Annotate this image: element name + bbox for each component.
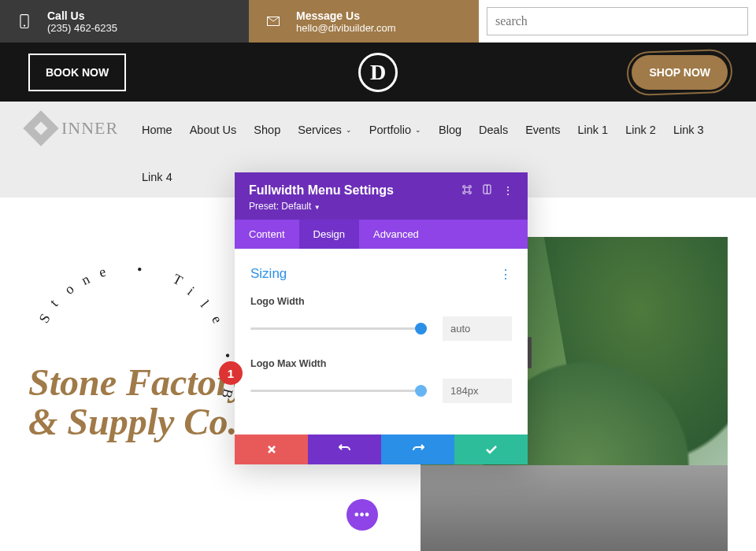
- dots-icon: •••: [354, 508, 370, 522]
- section-menu-icon[interactable]: ⋮: [499, 267, 512, 282]
- nav-link-services[interactable]: Services⌄: [298, 124, 352, 136]
- message-us-section[interactable]: Message Us hello@divibuilder.com: [249, 0, 479, 43]
- nav-link-blog[interactable]: Blog: [439, 124, 461, 136]
- message-title: Message Us: [296, 9, 396, 22]
- svg-point-1: [24, 25, 25, 27]
- book-now-button[interactable]: BOOK NOW: [28, 54, 126, 91]
- undo-icon: [339, 443, 351, 454]
- svg-rect-3: [465, 187, 469, 192]
- nav-link-about-us[interactable]: About Us: [190, 124, 237, 136]
- tab-design[interactable]: Design: [299, 220, 359, 249]
- cancel-button[interactable]: [235, 435, 308, 464]
- nav-link-link-2[interactable]: Link 2: [625, 124, 656, 136]
- nav-link-portfolio[interactable]: Portfolio⌄: [369, 124, 421, 136]
- scrollbar[interactable]: [528, 337, 532, 368]
- nav-link-shop[interactable]: Shop: [254, 124, 280, 136]
- chevron-down-icon: ⌄: [415, 126, 421, 134]
- modal-tabs: ContentDesignAdvanced: [235, 220, 528, 249]
- nav-link-home[interactable]: Home: [142, 124, 172, 136]
- brand-logo[interactable]: INNER: [28, 116, 142, 141]
- call-us-section[interactable]: Call Us (235) 462-6235: [0, 0, 249, 43]
- check-icon: [486, 446, 497, 454]
- field-label: Logo Max Width: [250, 358, 512, 369]
- nav-link-link-4[interactable]: Link 4: [142, 171, 172, 183]
- nav-link-link-3[interactable]: Link 3: [673, 124, 704, 136]
- preset-dropdown[interactable]: Preset: Default ▼: [249, 201, 513, 212]
- value-input-logo-width[interactable]: [443, 316, 512, 341]
- close-icon: [267, 445, 276, 454]
- tablet-icon[interactable]: [483, 184, 491, 197]
- annotation-badge-1: 1: [219, 361, 243, 385]
- undo-button[interactable]: [308, 435, 381, 464]
- expand-icon[interactable]: [462, 184, 472, 197]
- chevron-down-icon: ⌄: [346, 126, 352, 134]
- tab-advanced[interactable]: Advanced: [359, 220, 433, 249]
- brand-icon: [23, 110, 58, 146]
- settings-modal: Fullwidth Menu Settings ⋮ Preset: Defaul…: [235, 172, 528, 464]
- modal-title: Fullwidth Menu Settings: [249, 183, 394, 198]
- search-input[interactable]: [487, 7, 748, 35]
- logo-icon[interactable]: D: [358, 53, 398, 92]
- search-section: [479, 0, 756, 43]
- nav-link-deals[interactable]: Deals: [479, 124, 508, 136]
- slider-logo-width[interactable]: [250, 327, 427, 330]
- slider-logo-max-width[interactable]: [250, 390, 427, 392]
- nav-link-events[interactable]: Events: [525, 124, 560, 136]
- nav-link-link-1[interactable]: Link 1: [577, 124, 608, 136]
- confirm-button[interactable]: [454, 435, 528, 464]
- call-title: Call Us: [47, 9, 117, 22]
- section-title: Sizing: [250, 266, 287, 282]
- mail-icon: [261, 17, 285, 26]
- fab-menu[interactable]: •••: [346, 499, 378, 531]
- slider-thumb[interactable]: [415, 323, 427, 335]
- field-label: Logo Width: [250, 296, 512, 307]
- message-email: hello@divibuilder.com: [296, 22, 396, 34]
- redo-icon: [412, 443, 424, 454]
- call-number: (235) 462-6235: [47, 22, 117, 34]
- phone-icon: [13, 14, 36, 28]
- tab-content[interactable]: Content: [235, 220, 299, 249]
- value-input-logo-max-width[interactable]: [443, 379, 512, 403]
- brand-name: INNER: [61, 118, 118, 139]
- slider-thumb[interactable]: [415, 385, 427, 397]
- redo-button[interactable]: [381, 435, 454, 464]
- shop-now-button[interactable]: SHOP NOW: [632, 55, 728, 90]
- shop-scribble-decoration: [627, 48, 733, 96]
- nav-links: HomeAbout UsShopServices⌄Portfolio⌄BlogD…: [142, 120, 704, 136]
- kebab-menu-icon[interactable]: ⋮: [502, 184, 513, 197]
